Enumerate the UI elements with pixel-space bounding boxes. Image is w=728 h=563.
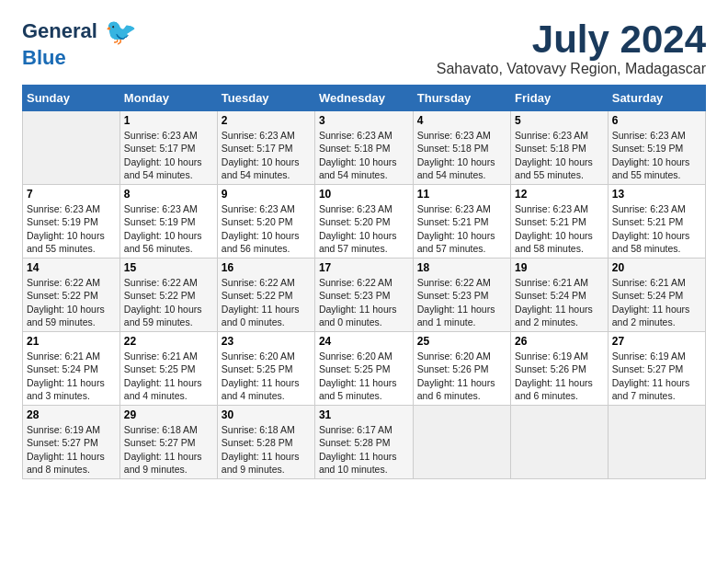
day-cell [608,406,705,479]
cell-content: Sunrise: 6:19 AM Sunset: 5:27 PM Dayligh… [612,350,701,402]
cell-content: Sunrise: 6:23 AM Sunset: 5:17 PM Dayligh… [124,129,213,181]
day-number: 3 [319,114,409,127]
cell-content: Sunrise: 6:23 AM Sunset: 5:19 PM Dayligh… [27,202,116,255]
day-cell [23,111,120,185]
day-cell: 20Sunrise: 6:21 AM Sunset: 5:24 PM Dayli… [608,259,705,332]
cell-content: Sunrise: 6:23 AM Sunset: 5:17 PM Dayligh… [222,129,311,181]
day-cell: 21Sunrise: 6:21 AM Sunset: 5:24 PM Dayli… [23,332,120,406]
cell-content: Sunrise: 6:23 AM Sunset: 5:18 PM Dayligh… [417,129,506,181]
day-cell: 1Sunrise: 6:23 AM Sunset: 5:17 PM Daylig… [119,111,217,185]
day-cell [413,406,510,479]
day-number: 11 [417,188,506,201]
page-header: General 🐦 Blue July 2024 Sahavato, Vatov… [22,18,706,77]
day-cell: 15Sunrise: 6:22 AM Sunset: 5:22 PM Dayli… [119,259,217,332]
day-cell: 4Sunrise: 6:23 AM Sunset: 5:18 PM Daylig… [413,111,510,185]
cell-content: Sunrise: 6:21 AM Sunset: 5:24 PM Dayligh… [515,276,604,328]
day-cell: 30Sunrise: 6:18 AM Sunset: 5:28 PM Dayli… [217,406,314,479]
day-cell: 5Sunrise: 6:23 AM Sunset: 5:18 PM Daylig… [511,111,609,185]
day-cell: 12Sunrise: 6:23 AM Sunset: 5:21 PM Dayli… [511,185,609,259]
day-number: 15 [124,261,213,274]
day-number: 28 [27,408,116,421]
day-number: 1 [124,114,213,127]
header-row: SundayMondayTuesdayWednesdayThursdayFrid… [23,86,706,111]
cell-content: Sunrise: 6:23 AM Sunset: 5:21 PM Dayligh… [417,202,506,255]
day-number: 23 [222,335,311,348]
day-cell: 31Sunrise: 6:17 AM Sunset: 5:28 PM Dayli… [314,406,413,479]
day-cell: 6Sunrise: 6:23 AM Sunset: 5:19 PM Daylig… [608,111,705,185]
day-number: 29 [124,408,213,421]
cell-content: Sunrise: 6:22 AM Sunset: 5:23 PM Dayligh… [417,276,506,328]
month-year-title: July 2024 [437,18,706,61]
day-number: 18 [417,261,506,274]
cell-content: Sunrise: 6:23 AM Sunset: 5:20 PM Dayligh… [319,202,409,255]
header-tuesday: Tuesday [217,86,314,111]
cell-content: Sunrise: 6:18 AM Sunset: 5:27 PM Dayligh… [124,423,213,476]
calendar-table: SundayMondayTuesdayWednesdayThursdayFrid… [22,85,706,479]
day-number: 4 [417,114,506,127]
day-cell: 18Sunrise: 6:22 AM Sunset: 5:23 PM Dayli… [413,259,510,332]
day-cell: 16Sunrise: 6:22 AM Sunset: 5:22 PM Dayli… [217,259,314,332]
cell-content: Sunrise: 6:23 AM Sunset: 5:21 PM Dayligh… [612,202,701,255]
cell-content: Sunrise: 6:23 AM Sunset: 5:20 PM Dayligh… [222,202,311,255]
day-cell: 28Sunrise: 6:19 AM Sunset: 5:27 PM Dayli… [23,406,120,479]
cell-content: Sunrise: 6:20 AM Sunset: 5:26 PM Dayligh… [417,350,506,402]
day-number: 12 [515,188,604,201]
day-number: 20 [612,261,701,274]
cell-content: Sunrise: 6:23 AM Sunset: 5:19 PM Dayligh… [124,202,213,255]
day-number: 16 [222,261,311,274]
header-wednesday: Wednesday [314,86,413,111]
day-cell: 11Sunrise: 6:23 AM Sunset: 5:21 PM Dayli… [413,185,510,259]
week-row-4: 21Sunrise: 6:21 AM Sunset: 5:24 PM Dayli… [23,332,706,406]
week-row-3: 14Sunrise: 6:22 AM Sunset: 5:22 PM Dayli… [23,259,706,332]
cell-content: Sunrise: 6:21 AM Sunset: 5:24 PM Dayligh… [612,276,701,328]
day-cell: 26Sunrise: 6:19 AM Sunset: 5:26 PM Dayli… [511,332,609,406]
day-number: 8 [124,188,213,201]
day-number: 6 [612,114,701,127]
day-number: 31 [319,408,409,421]
day-number: 17 [319,261,409,274]
cell-content: Sunrise: 6:23 AM Sunset: 5:19 PM Dayligh… [612,129,701,181]
cell-content: Sunrise: 6:23 AM Sunset: 5:21 PM Dayligh… [515,202,604,255]
calendar-body: 1Sunrise: 6:23 AM Sunset: 5:17 PM Daylig… [23,111,706,479]
day-cell: 13Sunrise: 6:23 AM Sunset: 5:21 PM Dayli… [608,185,705,259]
day-number: 13 [612,188,701,201]
day-number: 26 [515,335,604,348]
logo: General 🐦 Blue [22,18,137,69]
day-cell: 27Sunrise: 6:19 AM Sunset: 5:27 PM Dayli… [608,332,705,406]
cell-content: Sunrise: 6:23 AM Sunset: 5:18 PM Dayligh… [515,129,604,181]
day-cell: 22Sunrise: 6:21 AM Sunset: 5:25 PM Dayli… [119,332,217,406]
day-cell: 8Sunrise: 6:23 AM Sunset: 5:19 PM Daylig… [119,185,217,259]
cell-content: Sunrise: 6:19 AM Sunset: 5:26 PM Dayligh… [515,350,604,402]
day-cell: 17Sunrise: 6:22 AM Sunset: 5:23 PM Dayli… [314,259,413,332]
header-thursday: Thursday [413,86,510,111]
day-cell: 3Sunrise: 6:23 AM Sunset: 5:18 PM Daylig… [314,111,413,185]
cell-content: Sunrise: 6:22 AM Sunset: 5:23 PM Dayligh… [319,276,409,328]
day-number: 19 [515,261,604,274]
cell-content: Sunrise: 6:18 AM Sunset: 5:28 PM Dayligh… [222,423,311,476]
cell-content: Sunrise: 6:23 AM Sunset: 5:18 PM Dayligh… [319,129,409,181]
logo-blue: Blue [22,47,66,69]
logo-bird-icon: 🐦 [105,17,137,46]
cell-content: Sunrise: 6:19 AM Sunset: 5:27 PM Dayligh… [27,423,116,476]
day-number: 27 [612,335,701,348]
day-number: 5 [515,114,604,127]
day-number: 21 [27,335,116,348]
cell-content: Sunrise: 6:21 AM Sunset: 5:25 PM Dayligh… [124,350,213,402]
logo-general: General [22,19,97,42]
week-row-2: 7Sunrise: 6:23 AM Sunset: 5:19 PM Daylig… [23,185,706,259]
day-cell: 19Sunrise: 6:21 AM Sunset: 5:24 PM Dayli… [511,259,609,332]
week-row-5: 28Sunrise: 6:19 AM Sunset: 5:27 PM Dayli… [23,406,706,479]
header-sunday: Sunday [23,86,120,111]
location-subtitle: Sahavato, Vatovavy Region, Madagascar [437,61,706,77]
day-cell: 14Sunrise: 6:22 AM Sunset: 5:22 PM Dayli… [23,259,120,332]
day-cell: 25Sunrise: 6:20 AM Sunset: 5:26 PM Dayli… [413,332,510,406]
day-cell: 2Sunrise: 6:23 AM Sunset: 5:17 PM Daylig… [217,111,314,185]
header-saturday: Saturday [608,86,705,111]
day-number: 10 [319,188,409,201]
cell-content: Sunrise: 6:22 AM Sunset: 5:22 PM Dayligh… [222,276,311,328]
calendar-header: SundayMondayTuesdayWednesdayThursdayFrid… [23,86,706,111]
day-cell: 23Sunrise: 6:20 AM Sunset: 5:25 PM Dayli… [217,332,314,406]
cell-content: Sunrise: 6:22 AM Sunset: 5:22 PM Dayligh… [124,276,213,328]
day-cell: 24Sunrise: 6:20 AM Sunset: 5:25 PM Dayli… [314,332,413,406]
cell-content: Sunrise: 6:20 AM Sunset: 5:25 PM Dayligh… [319,350,409,402]
